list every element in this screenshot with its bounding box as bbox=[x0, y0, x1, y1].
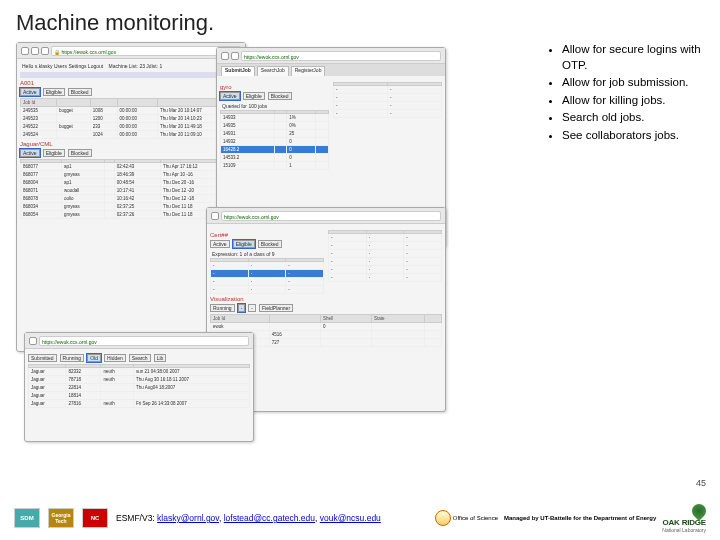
table-row[interactable]: 868077ap102:42:43Thu Apr 17 16:12 bbox=[21, 163, 242, 171]
bullet-list: Allow for secure logins with OTP. Allow … bbox=[546, 42, 704, 442]
table-row[interactable]: 868004ap100:48:54Thu Dec 20 -16 bbox=[21, 179, 242, 187]
address-bar[interactable]: https://ewok.ccs.ornl.gov bbox=[221, 211, 441, 221]
job-table: --- --- --- --- bbox=[210, 258, 324, 294]
table-row[interactable]: --- bbox=[211, 270, 324, 278]
table-row[interactable]: 14533.20 bbox=[221, 154, 329, 162]
email-link[interactable]: klasky@ornl.gov bbox=[157, 513, 219, 523]
tab-submitted[interactable]: Submitted bbox=[28, 354, 57, 362]
table-row[interactable]: ewok0 bbox=[211, 323, 442, 331]
detail-table: --- --- --- --- --- --- bbox=[328, 230, 442, 282]
table-row[interactable]: Jaguar18814 bbox=[29, 392, 250, 400]
reload-button[interactable] bbox=[41, 47, 49, 55]
back-button[interactable] bbox=[221, 52, 229, 60]
table-row[interactable]: --- bbox=[211, 278, 324, 286]
ornl-logo: OAK RIDGE National Laboratory bbox=[662, 504, 706, 533]
job-table: 149331% 149350% 1493125 149320 16428.20 … bbox=[220, 110, 329, 170]
table-row[interactable]: 868071woodall10:17:41Thu Dec 12 -20 bbox=[21, 187, 242, 195]
table-row[interactable]: 249535bugget100800:00:00Thu Mar 20 10:14… bbox=[21, 107, 242, 115]
tab-search[interactable]: SearchJob bbox=[257, 66, 289, 76]
table-row[interactable]: -- bbox=[334, 102, 442, 110]
tab-blocked[interactable]: Blocked bbox=[268, 92, 292, 100]
table-row[interactable]: --- bbox=[329, 258, 442, 266]
tab-blocked[interactable]: Blocked bbox=[68, 149, 92, 157]
screenshot-cluster: 🔒 https://ewok.ccs.ornl.gov Hello s.klas… bbox=[16, 42, 536, 442]
back-button[interactable] bbox=[21, 47, 29, 55]
table-row[interactable]: --- bbox=[329, 242, 442, 250]
old-jobs-table: Jaguar82332neuthsun 21 04:38:00 2007 Jag… bbox=[28, 364, 250, 408]
table-row[interactable]: 149350% bbox=[221, 122, 329, 130]
tab-fieldplanner[interactable]: FieldPlanner bbox=[259, 304, 293, 312]
slide-footer: SDM Georgia Tech NC ESMF/V3: klasky@ornl… bbox=[0, 496, 720, 540]
ncsu-logo: NC bbox=[82, 508, 108, 528]
table-row[interactable]: --- bbox=[211, 262, 324, 270]
table-row[interactable]: --- bbox=[211, 286, 324, 294]
tab-hidden[interactable]: Hidden bbox=[104, 354, 126, 362]
section-header-2: Visualization bbox=[210, 296, 442, 302]
url-text: https://ewok.ccs.ornl.gov bbox=[61, 49, 116, 55]
table-row[interactable]: Jaguar82332neuthsun 21 04:38:00 2007 bbox=[29, 368, 250, 376]
back-button[interactable] bbox=[211, 212, 219, 220]
back-button[interactable] bbox=[29, 337, 37, 345]
gt-logo: Georgia Tech bbox=[48, 508, 74, 528]
sdm-logo: SDM bbox=[14, 508, 40, 528]
reload-button[interactable] bbox=[231, 52, 239, 60]
info-text: Expression: 1 of a class of 9 bbox=[212, 251, 275, 257]
table-row[interactable]: -- bbox=[334, 86, 442, 94]
managed-by-text: Managed by UT-Battelle for the Departmen… bbox=[504, 515, 656, 522]
address-bar[interactable]: 🔒 https://ewok.ccs.ornl.gov bbox=[51, 46, 241, 56]
table-row[interactable]: 249523120000:00:00Thu Mar 20 14:10:23 bbox=[21, 115, 242, 123]
tab-row: Active Eligible Blocked bbox=[20, 88, 242, 96]
user-header: Hello s.klasky Users Settings Logout bbox=[22, 63, 103, 69]
tab-eligible[interactable]: Eligible bbox=[43, 88, 65, 96]
address-bar[interactable]: https://ewok.ccs.ornl.gov bbox=[39, 336, 249, 346]
tab-active[interactable]: Active bbox=[20, 149, 40, 157]
table-row[interactable]: 149320 bbox=[221, 138, 329, 146]
forward-button[interactable] bbox=[31, 47, 39, 55]
table-row[interactable]: 149331% bbox=[221, 114, 329, 122]
email-link[interactable]: lofstead@cc.gatech.edu bbox=[224, 513, 315, 523]
table-row[interactable]: 249522bugget23300:00:00Thu Mar 20 11:49:… bbox=[21, 123, 242, 131]
table-row[interactable]: Jaguar22814Thu Aug04 18:2007 bbox=[29, 384, 250, 392]
table-row[interactable]: --- bbox=[329, 274, 442, 282]
page-number: 45 bbox=[696, 478, 706, 488]
table-row[interactable]: --- bbox=[329, 266, 442, 274]
tab-active[interactable]: Active bbox=[210, 240, 230, 248]
tab-eligible[interactable]: Eligible bbox=[243, 92, 265, 100]
table-row[interactable]: Jaguar27816neuthFri Sep 26 14:33:08 2007 bbox=[29, 400, 250, 408]
section-header: Cert## bbox=[210, 232, 324, 238]
tab-register[interactable]: RegisterJob bbox=[291, 66, 326, 76]
table-row[interactable]: Jaguar78718neuthThu Aug 30 16:18:11 2007 bbox=[29, 376, 250, 384]
email-link[interactable]: vouk@ncsu.edu bbox=[320, 513, 381, 523]
machine-sub: Machine List: 23 Jdist: 1 bbox=[109, 63, 163, 69]
tab-search[interactable]: Search bbox=[129, 354, 151, 362]
top-tabs: SubmitJob SearchJob RegisterJob bbox=[217, 64, 445, 76]
table-row[interactable]: --- bbox=[329, 234, 442, 242]
tab-active[interactable]: Active bbox=[20, 88, 40, 96]
tab-blocked[interactable]: Blocked bbox=[258, 240, 282, 248]
tab-btn[interactable]: - bbox=[238, 304, 246, 312]
tab-submit[interactable]: SubmitJob bbox=[221, 66, 255, 76]
slide-title: Machine monitoring. bbox=[16, 10, 704, 36]
tab-btn[interactable]: - bbox=[248, 304, 256, 312]
table-row[interactable]: 151091 bbox=[221, 162, 329, 170]
tab-old[interactable]: Old bbox=[87, 354, 101, 362]
table-row[interactable]: 1493125 bbox=[221, 130, 329, 138]
tab-running[interactable]: Running bbox=[60, 354, 85, 362]
table-row[interactable]: -- bbox=[334, 110, 442, 118]
tab-blocked[interactable]: Blocked bbox=[68, 88, 92, 96]
tab-running[interactable]: Running bbox=[210, 304, 235, 312]
table-row[interactable]: -- bbox=[334, 94, 442, 102]
lock-icon: 🔒 bbox=[54, 49, 60, 55]
bullet-item: See collaborators jobs. bbox=[562, 128, 704, 144]
table-row[interactable]: 16428.20 bbox=[221, 146, 329, 154]
tab-active[interactable]: Active bbox=[220, 92, 240, 100]
table-row[interactable]: 249524102400:00:00Thu Mar 20 11:09:10 bbox=[21, 131, 242, 139]
table-row[interactable]: 868077gmyeas18:46:39Thu Apr 10 -16 bbox=[21, 171, 242, 179]
table-row[interactable]: 868078oolio10:16:42Thu Dec 12 -18 bbox=[21, 195, 242, 203]
table-row[interactable]: --- bbox=[329, 250, 442, 258]
address-bar[interactable]: https://ewok.ccs.ornl.gov bbox=[241, 51, 441, 61]
tab-lib[interactable]: Lib bbox=[154, 354, 167, 362]
tab-eligible[interactable]: Eligible bbox=[43, 149, 65, 157]
tab-eligible[interactable]: Eligible bbox=[233, 240, 255, 248]
section-header: A001 bbox=[20, 80, 242, 86]
